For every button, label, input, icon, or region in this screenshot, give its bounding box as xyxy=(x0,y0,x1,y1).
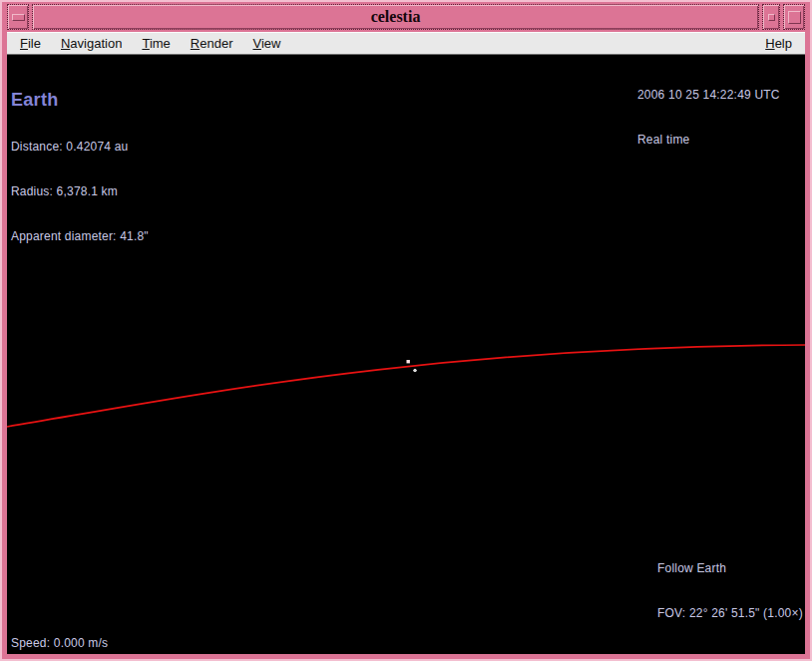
selection-info: Earth Distance: 0.42074 au Radius: 6,378… xyxy=(11,60,149,274)
selection-radius: Radius: 6,378.1 km xyxy=(11,184,149,199)
iconify-button[interactable] xyxy=(762,4,780,30)
window-title: celestia xyxy=(371,9,421,25)
menu-time[interactable]: Time xyxy=(142,33,170,54)
time-info: 2006 10 25 14:22:49 UTC Real time xyxy=(637,58,780,177)
maximize-button[interactable] xyxy=(783,4,805,30)
small-square-icon xyxy=(768,14,775,21)
menu-help[interactable]: Help xyxy=(765,33,792,54)
status-readout: Follow Earth FOV: 22° 26' 51.5" (1.00×) xyxy=(657,531,803,651)
menu-view[interactable]: View xyxy=(252,33,280,54)
earth-orbit-line xyxy=(7,345,805,427)
celestia-window: celestia File Navigation Time Render Vie… xyxy=(0,0,812,661)
moon-glare-icon xyxy=(414,369,415,372)
large-square-icon xyxy=(788,11,801,24)
menu-file[interactable]: File xyxy=(20,33,41,54)
titlebar-row: celestia xyxy=(7,4,805,30)
space-viewport[interactable]: Earth Distance: 0.42074 au Radius: 6,378… xyxy=(7,55,805,654)
menu-render[interactable]: Render xyxy=(191,33,233,54)
dash-icon xyxy=(12,14,25,21)
speed-readout: Speed: 0.000 m/s xyxy=(11,636,108,651)
selection-distance: Distance: 0.42074 au xyxy=(11,140,149,155)
follow-mode: Follow Earth xyxy=(657,561,803,576)
selection-name: Earth xyxy=(11,90,149,110)
selection-apparent-diameter: Apparent diameter: 41.8" xyxy=(11,229,149,244)
time-mode: Real time xyxy=(637,133,780,148)
earth-dot[interactable] xyxy=(407,360,410,363)
window-titlebar[interactable]: celestia xyxy=(32,4,759,30)
datetime-utc: 2006 10 25 14:22:49 UTC xyxy=(637,88,780,103)
menubar: File Navigation Time Render View Help xyxy=(7,32,805,55)
fov-readout: FOV: 22° 26' 51.5" (1.00×) xyxy=(657,606,803,621)
window-menu-button[interactable] xyxy=(7,4,29,30)
menu-navigation[interactable]: Navigation xyxy=(61,33,122,54)
